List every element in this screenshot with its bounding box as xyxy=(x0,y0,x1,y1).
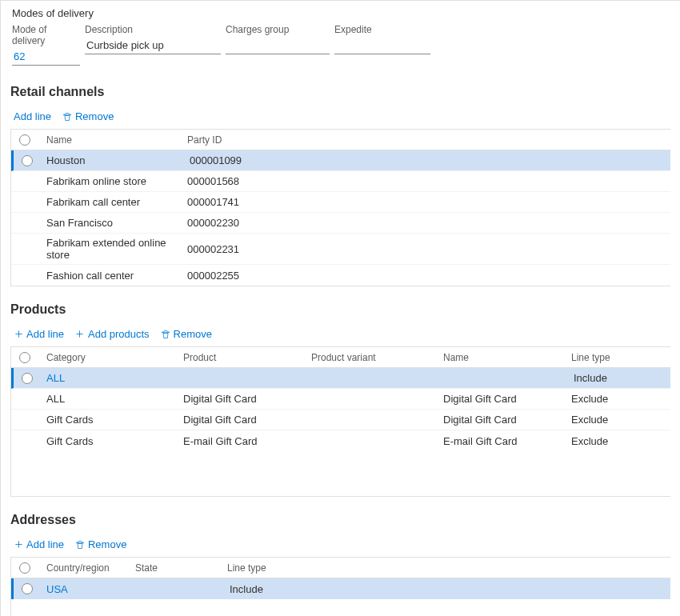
field-expedite: Expedite xyxy=(334,24,430,66)
col-category[interactable]: Category xyxy=(38,349,178,366)
addresses-grid: Country/region State Line type USAInclud… xyxy=(10,557,670,616)
row-select[interactable] xyxy=(14,583,41,594)
field-mode-of-delivery: Mode of delivery xyxy=(12,24,80,66)
cell-name xyxy=(441,375,569,382)
col-line-type[interactable]: Line type xyxy=(566,349,646,366)
cell-variant xyxy=(306,417,438,423)
expedite-label: Expedite xyxy=(334,24,430,35)
products-grid: Category Product Product variant Name Li… xyxy=(10,346,670,497)
retail-channels-grid: Name Party ID Houston000001099Fabrikam o… xyxy=(10,129,670,286)
remove-label: Remove xyxy=(174,328,212,340)
grid-header: Category Product Product variant Name Li… xyxy=(11,347,670,368)
col-product-variant[interactable]: Product variant xyxy=(306,349,438,366)
description-input[interactable] xyxy=(85,37,221,54)
cell-name: Digital Gift Card xyxy=(438,410,566,429)
remove-button[interactable]: Remove xyxy=(161,328,212,340)
cell-line-type: Include xyxy=(569,369,649,387)
col-country-region[interactable]: Country/region xyxy=(38,559,130,577)
trash-icon xyxy=(75,540,85,550)
header-fields: Mode of delivery Description Charges gro… xyxy=(12,24,669,66)
mode-input[interactable] xyxy=(12,48,80,66)
select-all[interactable] xyxy=(11,134,38,146)
mode-label: Mode of delivery xyxy=(12,24,80,46)
add-line-button[interactable]: Add line xyxy=(14,110,51,122)
section-retail-channels: Retail channels Add line Remove Name Par… xyxy=(10,85,670,286)
cell-variant xyxy=(306,438,438,444)
table-row[interactable]: USAInclude xyxy=(11,578,670,599)
row-select[interactable] xyxy=(14,373,41,384)
cell-product: E-mail Gift Card xyxy=(178,432,306,450)
cell-party-id: 000002255 xyxy=(182,266,302,285)
col-product[interactable]: Product xyxy=(178,349,306,366)
trash-icon xyxy=(62,112,72,122)
table-row[interactable]: ALLInclude xyxy=(11,368,670,389)
grid-header: Country/region State Line type xyxy=(11,558,670,578)
table-row[interactable]: Fabrikam extended online store000002231 xyxy=(11,234,670,265)
products-title: Products xyxy=(10,302,670,317)
cell-name: Fashion call center xyxy=(38,266,182,285)
cell-category: ALL xyxy=(41,369,181,387)
cell-name: Digital Gift Card xyxy=(438,390,566,408)
col-name[interactable]: Name xyxy=(438,349,566,366)
cell-name: Fabrikam extended online store xyxy=(38,234,182,264)
cell-product xyxy=(181,375,309,382)
retail-channels-title: Retail channels xyxy=(10,85,670,99)
remove-label: Remove xyxy=(88,538,126,550)
add-products-label: Add products xyxy=(88,328,150,340)
remove-label: Remove xyxy=(75,110,114,122)
plus-icon xyxy=(14,330,23,339)
plus-icon xyxy=(75,330,85,339)
table-row[interactable]: Fabrikam call center000001741 xyxy=(11,192,670,213)
cell-party-id: 000001741 xyxy=(182,193,302,211)
section-addresses: Addresses Add line Remove Country/region… xyxy=(10,513,670,616)
cell-product: Digital Gift Card xyxy=(178,410,306,429)
cell-name: San Francisco xyxy=(38,214,182,232)
remove-button[interactable]: Remove xyxy=(62,110,114,122)
description-label: Description xyxy=(85,24,221,35)
add-line-button[interactable]: Add line xyxy=(14,538,64,550)
cell-name: E-mail Gift Card xyxy=(438,432,566,450)
table-row[interactable]: Houston000001099 xyxy=(11,150,670,171)
cell-category: ALL xyxy=(38,390,178,408)
select-all[interactable] xyxy=(11,562,38,574)
add-line-label: Add line xyxy=(26,538,64,550)
table-row[interactable]: Gift CardsDigital Gift CardDigital Gift … xyxy=(11,410,670,430)
page-title: Modes of delivery xyxy=(12,7,669,19)
cell-party-id: 000001568 xyxy=(182,172,302,190)
cell-line-type: Exclude xyxy=(566,390,646,408)
table-row[interactable]: San Francisco000002230 xyxy=(11,213,670,234)
cell-line-type: Exclude xyxy=(566,410,646,429)
cell-product: Digital Gift Card xyxy=(178,390,306,408)
select-all[interactable] xyxy=(11,352,38,363)
table-row[interactable]: ALLDigital Gift CardDigital Gift CardExc… xyxy=(11,389,670,410)
cell-name: Houston xyxy=(41,151,185,170)
expedite-input[interactable] xyxy=(334,37,430,54)
add-line-label: Add line xyxy=(14,110,51,122)
charges-input[interactable] xyxy=(226,37,330,54)
cell-state xyxy=(133,586,225,592)
cell-line-type: Exclude xyxy=(566,432,646,450)
cell-country-region: USA xyxy=(41,580,133,598)
retail-channels-toolbar: Add line Remove xyxy=(10,107,670,129)
col-name[interactable]: Name xyxy=(38,131,182,149)
row-select[interactable] xyxy=(14,155,41,166)
page-header: Modes of delivery Mode of delivery Descr… xyxy=(1,1,680,69)
table-row[interactable]: Fashion call center000002255 xyxy=(11,265,670,286)
table-row[interactable]: Gift CardsE-mail Gift CardE-mail Gift Ca… xyxy=(11,430,670,451)
cell-line-type: Include xyxy=(225,580,321,598)
table-row[interactable]: Fabrikam online store000001568 xyxy=(11,171,670,192)
col-party-id[interactable]: Party ID xyxy=(182,131,302,149)
grid-body: USAInclude xyxy=(11,578,670,616)
add-line-label: Add line xyxy=(26,328,64,340)
cell-category: Gift Cards xyxy=(38,410,178,429)
col-state[interactable]: State xyxy=(130,559,222,577)
cell-variant xyxy=(306,396,438,402)
cell-category: Gift Cards xyxy=(38,432,178,450)
add-products-button[interactable]: Add products xyxy=(75,328,150,340)
addresses-title: Addresses xyxy=(10,513,670,527)
add-line-button[interactable]: Add line xyxy=(14,328,64,340)
trash-icon xyxy=(161,330,170,339)
remove-button[interactable]: Remove xyxy=(75,538,126,550)
col-line-type[interactable]: Line type xyxy=(222,559,318,577)
cell-variant xyxy=(309,375,441,382)
